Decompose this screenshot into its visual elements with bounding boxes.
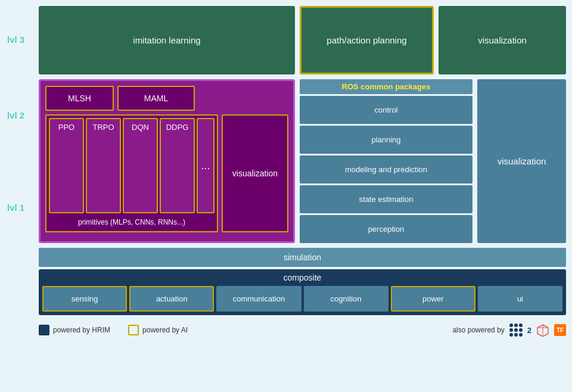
lvl3-section: imitation learning path/action planning … xyxy=(39,6,566,74)
mlsh-box: MLSH xyxy=(45,86,114,111)
legend: powered by HRIM powered by AI also power… xyxy=(39,320,566,340)
composite-communication: communication xyxy=(216,286,301,312)
middle-section: MLSH MAML PPO TRPO DQN DDPG ... pri xyxy=(39,79,566,243)
ros-state-estimation: state estimation xyxy=(300,185,472,213)
algo-top-row: PPO TRPO DQN DDPG ... xyxy=(49,118,214,213)
algo-dqn: DQN xyxy=(123,118,158,213)
ros2-icon: 2 xyxy=(527,326,531,335)
ros-perception: perception xyxy=(300,215,472,243)
ros-planning: planning xyxy=(300,126,472,154)
simulation-box: simulation xyxy=(39,248,566,267)
algo-ellipsis: ... xyxy=(197,118,214,213)
algo-columns-container: PPO TRPO DQN DDPG ... primitives (MLPs, … xyxy=(45,114,218,232)
visualization-top-box: visualization xyxy=(439,6,566,74)
ros-modeling: modeling and prediction xyxy=(300,155,472,183)
tensorflow-icon: TF xyxy=(554,324,566,336)
composite-items: sensing actuation communication cognitio… xyxy=(42,286,562,312)
ai-color-box xyxy=(128,325,139,335)
maml-box: MAML xyxy=(117,86,195,111)
visualization-left-box: visualization xyxy=(222,114,288,232)
mlsh-maml-row: MLSH MAML xyxy=(45,86,288,111)
composite-power: power xyxy=(391,286,475,312)
algo-grid-area: PPO TRPO DQN DDPG ... primitives (MLPs, … xyxy=(45,114,288,232)
left-area: MLSH MAML PPO TRPO DQN DDPG ... pri xyxy=(39,79,295,243)
algo-ddpg: DDPG xyxy=(160,118,195,213)
package-icon xyxy=(536,323,549,337)
composite-actuation: actuation xyxy=(129,286,214,312)
composite-sensing: sensing xyxy=(42,286,127,312)
composite-label: composite xyxy=(42,273,562,282)
lvl3-label: lvl 3 xyxy=(7,35,24,45)
imitation-learning-box: imitation learning xyxy=(39,6,295,74)
ros-control: control xyxy=(300,96,472,124)
legend-hrim: powered by HRIM xyxy=(39,325,110,335)
legend-ai: powered by AI xyxy=(128,325,188,335)
visualization-right-box: visualization xyxy=(477,79,566,243)
right-area: ROS common packages control planning mod… xyxy=(300,79,566,243)
ros-packages-area: ROS common packages control planning mod… xyxy=(300,79,472,243)
ros-header: ROS common packages xyxy=(300,79,472,94)
dots-grid-icon xyxy=(509,323,523,337)
algo-trpo: TRPO xyxy=(86,118,121,213)
path-planning-box: path/action planning xyxy=(300,6,434,74)
algo-ppo: PPO xyxy=(49,118,84,213)
composite-ui: ui xyxy=(478,286,562,312)
lvl2-label: lvl 2 xyxy=(7,110,24,120)
main-container: lvl 3 lvl 2 lvl 1 imitation learning pat… xyxy=(0,0,572,392)
composite-area: composite sensing actuation communicatio… xyxy=(39,269,566,315)
composite-cognition: cognition xyxy=(304,286,388,312)
also-powered: also powered by 2 TF xyxy=(452,323,566,337)
primitives-box: primitives (MLPs, CNNs, RNNs...) xyxy=(49,216,214,229)
hrim-color-box xyxy=(39,325,49,335)
lvl1-label: lvl 1 xyxy=(7,203,24,213)
bottom-section: simulation composite sensing actuation c… xyxy=(39,248,566,315)
